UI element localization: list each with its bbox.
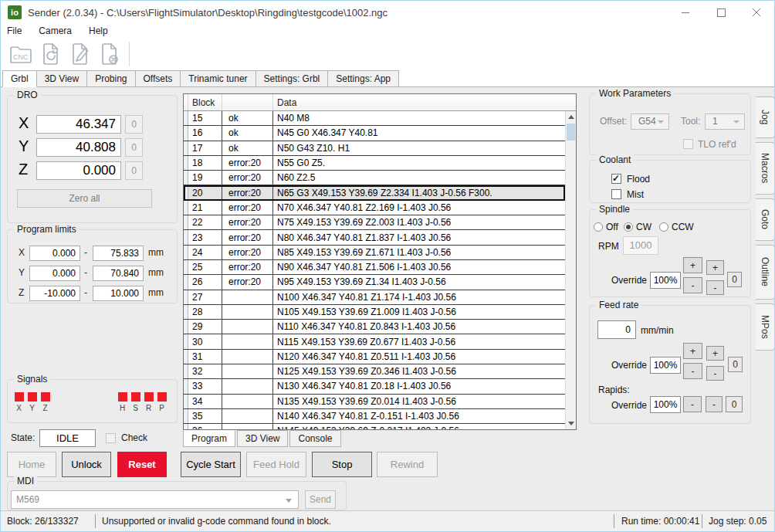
mist-checkbox[interactable] — [611, 189, 621, 199]
table-row[interactable]: 27N100 X46.347 Y40.81 Z1.174 I-1.403 J0.… — [184, 290, 565, 305]
tab-probing[interactable]: Probing — [86, 70, 135, 86]
feed-override-plus-fine-button[interactable]: + — [706, 346, 724, 361]
limit-max-z: 10.000 — [93, 286, 144, 301]
view-tab-console[interactable]: Console — [289, 430, 340, 447]
zero-x-button[interactable]: 0 — [125, 115, 143, 134]
table-row[interactable]: 18error:20N55 G0 Z5. — [184, 156, 565, 171]
feed-override-minus-fine-button[interactable]: - — [706, 366, 724, 381]
spindle-off-radio[interactable] — [594, 222, 603, 232]
rapids-override-minus-fine-button[interactable]: - — [706, 396, 723, 412]
tab-macros[interactable]: Macros — [756, 142, 775, 195]
view-tab-3d-view[interactable]: 3D View — [237, 430, 288, 447]
table-row[interactable]: 17okN50 G43 Z10. H1 — [184, 141, 565, 156]
scrollbar-thumb[interactable] — [567, 124, 575, 141]
rpm-input[interactable]: 1000 — [623, 236, 658, 255]
header-status[interactable] — [222, 94, 273, 110]
table-row[interactable]: 25error:20N90 X46.347 Y40.81 Z1.506 I-1.… — [184, 260, 565, 275]
tab-settings-app[interactable]: Settings: App — [327, 70, 399, 86]
cell-block: 19 — [188, 171, 222, 185]
tab-grbl[interactable]: Grbl — [2, 70, 37, 87]
table-row[interactable]: 15okN40 M8 — [184, 111, 565, 126]
stop-button[interactable]: Stop — [312, 452, 372, 477]
unlock-button[interactable]: Unlock — [62, 452, 111, 477]
table-row[interactable]: 24error:20N85 X49.153 Y39.69 Z1.671 I1.4… — [184, 246, 565, 260]
spindle-cw-radio[interactable] — [624, 222, 633, 232]
tlo-checkbox[interactable] — [683, 139, 693, 149]
table-row[interactable]: 36N145 X49.153 Y39.69 Z-0.317 I1.403 J-0… — [184, 424, 565, 429]
spindle-override-reset-button[interactable]: 0 — [727, 272, 742, 287]
table-row[interactable]: 26error:20N95 X49.153 Y39.69 Z1.34 I1.40… — [184, 275, 565, 290]
table-row[interactable]: 16okN45 G0 X46.347 Y40.81 — [184, 126, 565, 141]
spindle-override-minus-coarse-button[interactable]: - — [683, 277, 702, 293]
table-row[interactable]: 34N135 X49.153 Y39.69 Z0.014 I1.403 J-0.… — [184, 395, 565, 409]
signal-led — [28, 392, 37, 402]
tab-trinamic-tuner[interactable]: Trinamic tuner — [180, 70, 256, 86]
rewind-button[interactable]: Rewind — [377, 452, 438, 477]
tab-3d-view[interactable]: 3D View — [36, 70, 87, 86]
feed-override-minus-coarse-button[interactable]: - — [683, 363, 702, 379]
flood-checkbox[interactable] — [611, 174, 621, 184]
zero-z-button[interactable]: 0 — [125, 161, 143, 180]
tab-goto[interactable]: Goto — [756, 198, 775, 241]
table-row[interactable]: 23error:20N80 X46.347 Y40.81 Z1.837 I-1.… — [184, 230, 565, 245]
view-tab-program[interactable]: Program — [183, 430, 235, 447]
open-file-button[interactable]: CNC — [7, 39, 36, 69]
feed-override-plus-coarse-button[interactable]: + — [683, 343, 702, 359]
table-row[interactable]: 31N120 X46.347 Y40.81 Z0.511 I-1.403 J0.… — [184, 350, 565, 364]
minimize-button[interactable] — [668, 1, 703, 24]
home-button[interactable]: Home — [7, 452, 56, 477]
offset-select[interactable]: G54 — [631, 114, 669, 130]
zero-all-button[interactable]: Zero all — [17, 189, 152, 208]
header-data[interactable]: Data — [273, 94, 576, 110]
mdi-value: M569 — [16, 494, 39, 505]
table-row[interactable]: 21error:20N70 X46.347 Y40.81 Z2.169 I-1.… — [184, 201, 565, 215]
dro-value-x[interactable]: 46.347 — [36, 115, 121, 134]
table-row[interactable]: 35N140 X46.347 Y40.81 Z-0.151 I-1.403 J0… — [184, 409, 565, 424]
tab-outline[interactable]: Outline — [756, 245, 775, 300]
tool-select[interactable]: 1 — [705, 114, 745, 130]
maximize-button[interactable] — [703, 1, 739, 24]
table-row[interactable]: 32N125 X49.153 Y39.69 Z0.346 I1.403 J-0.… — [184, 364, 565, 379]
header-block[interactable]: Block — [188, 94, 222, 110]
table-row[interactable]: 28N105 X49.153 Y39.69 Z1.009 I1.403 J-0.… — [184, 305, 565, 320]
dro-value-z[interactable]: 0.000 — [36, 161, 121, 180]
menu-help[interactable]: Help — [80, 24, 117, 38]
feed-override-reset-button[interactable]: 0 — [728, 357, 743, 372]
table-row[interactable]: 33N130 X46.347 Y40.81 Z0.18 I-1.403 J0.5… — [184, 379, 565, 394]
close-button[interactable] — [739, 1, 774, 24]
dro-value-y[interactable]: 40.808 — [36, 138, 121, 157]
tab-jog[interactable]: Jog — [756, 97, 775, 138]
close-file-button[interactable] — [95, 39, 124, 69]
feed-hold-button[interactable]: Feed Hold — [246, 452, 306, 477]
cell-block: 18 — [188, 156, 222, 170]
reload-file-button[interactable] — [36, 39, 66, 69]
menu-camera[interactable]: Camera — [30, 24, 80, 38]
table-row[interactable]: 19error:20N60 Z2.5 — [184, 171, 565, 185]
mdi-dropdown-icon[interactable] — [286, 499, 292, 503]
rapids-override-reset-button[interactable]: 0 — [726, 396, 743, 412]
spindle-ccw-radio[interactable] — [659, 222, 668, 232]
spindle-override-plus-fine-button[interactable]: + — [706, 260, 724, 275]
tab-mpos[interactable]: MPos — [756, 303, 775, 351]
scroll-up-icon[interactable] — [568, 115, 574, 119]
edit-file-button[interactable] — [66, 39, 95, 69]
rapids-override-minus-coarse-button[interactable]: - — [683, 396, 702, 412]
spindle-override-plus-coarse-button[interactable]: + — [683, 257, 702, 273]
send-button[interactable]: Send — [305, 490, 336, 509]
spindle-override-minus-fine-button[interactable]: - — [706, 280, 724, 295]
feed-rate-input[interactable]: 0 — [597, 320, 636, 339]
zero-y-button[interactable]: 0 — [125, 138, 143, 157]
tab-offsets[interactable]: Offsets — [135, 70, 181, 86]
table-row[interactable]: 20error:20N65 G3 X49.153 Y39.69 Z2.334 I… — [184, 185, 565, 200]
scroll-down-icon[interactable] — [568, 422, 574, 425]
cycle-start-button[interactable]: Cycle Start — [181, 452, 241, 477]
mdi-input[interactable]: M569 — [11, 490, 299, 509]
tab-settings-grbl[interactable]: Settings: Grbl — [256, 70, 329, 86]
table-row[interactable]: 29N110 X46.347 Y40.81 Z0.843 I-1.403 J0.… — [184, 320, 565, 334]
menu-file[interactable]: File — [1, 24, 30, 38]
table-scrollbar[interactable] — [565, 111, 576, 429]
table-row[interactable]: 22error:20N75 X49.153 Y39.69 Z2.003 I1.4… — [184, 215, 565, 230]
table-row[interactable]: 30N115 X49.153 Y39.69 Z0.677 I1.403 J-0.… — [184, 334, 565, 349]
reset-button[interactable]: Reset — [117, 452, 167, 477]
check-checkbox[interactable] — [106, 433, 116, 443]
